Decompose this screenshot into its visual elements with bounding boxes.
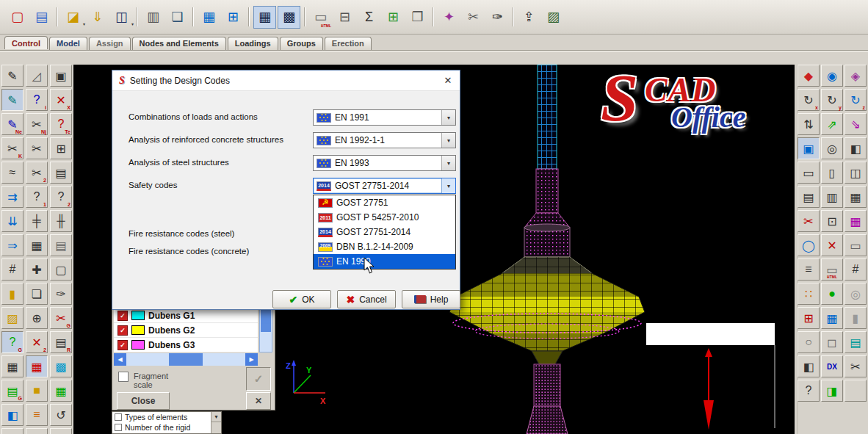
concrete-combobox[interactable]: EN 1992-1-1▾ xyxy=(313,132,456,148)
fit-view-button[interactable]: ▣ xyxy=(798,137,820,159)
open-folder-button[interactable]: ◪▾ xyxy=(62,6,84,29)
import-button[interactable]: ⇓ xyxy=(86,6,109,29)
type-info-button[interactable]: ?Te xyxy=(50,113,72,135)
combo-arrow-icon[interactable]: ▾ xyxy=(441,133,455,148)
group-query-button[interactable]: ?G xyxy=(1,331,23,353)
tools-button[interactable]: ✦ xyxy=(438,6,460,29)
report-button[interactable]: ⊟ xyxy=(333,6,356,29)
add-group-button[interactable]: ⊕ xyxy=(26,307,48,329)
tree-checkbox[interactable] xyxy=(115,424,122,431)
assemble-button[interactable]: ✚ xyxy=(26,258,48,281)
pencil-node-button[interactable]: ✎ xyxy=(1,89,23,111)
redo-button[interactable]: ↻ xyxy=(1,428,23,434)
orange-block-button[interactable]: ■ xyxy=(26,380,48,402)
ok-button[interactable]: ✔OK xyxy=(272,290,331,308)
open-document-button[interactable]: ▤ xyxy=(30,6,53,29)
group-checkbox[interactable]: ✓ xyxy=(117,325,128,336)
element-numbers-button[interactable]: ✂Nj xyxy=(26,113,48,135)
filter-button[interactable]: ✂ xyxy=(462,6,485,29)
dropdown-option-en-1990[interactable]: EN 1990 xyxy=(314,254,455,269)
tab-control[interactable]: Control xyxy=(4,36,48,49)
group-row[interactable]: ✓Dubens G2 xyxy=(114,323,258,338)
print-preview-button[interactable]: ❏ xyxy=(166,6,189,29)
grid-color-button[interactable]: ▩ xyxy=(50,355,72,377)
grid-red-button[interactable]: ▦ xyxy=(26,355,48,377)
cube-red-button[interactable]: ⊞ xyxy=(798,307,820,329)
scroll-left-arrow[interactable]: ◀ xyxy=(114,353,126,366)
tab-erection[interactable]: Erection xyxy=(325,37,372,50)
spline-button[interactable]: ≈ xyxy=(1,162,23,184)
save-button[interactable]: ◫▾ xyxy=(110,6,133,29)
query-2-button[interactable]: ?2 xyxy=(50,186,72,208)
net-blue-button[interactable]: ▦ xyxy=(821,307,843,329)
model-view-button[interactable]: ▩ xyxy=(278,6,300,29)
boxed-dot-button[interactable]: ⊡ xyxy=(821,210,843,232)
project-tables-button[interactable]: ▦ xyxy=(198,6,220,29)
sheet-1-button[interactable]: ▤ xyxy=(798,186,820,208)
sheet-2-button[interactable]: ▥ xyxy=(821,186,843,208)
design-codes-button[interactable]: ▨ xyxy=(542,6,565,29)
sum-table-button[interactable]: Σ xyxy=(358,6,380,29)
html-report-button[interactable]: ▭HTML xyxy=(309,6,332,29)
delete-2-button[interactable]: ✕2 xyxy=(26,331,48,353)
flip-vertical-button[interactable]: ⇅ xyxy=(798,113,820,135)
node-numbers-button[interactable]: ✎Ne xyxy=(1,113,23,135)
new-document-button[interactable]: ▢ xyxy=(6,6,29,29)
grid-3-button[interactable]: ▦ xyxy=(1,355,23,377)
scroll-right-arrow[interactable]: ▶ xyxy=(245,353,258,366)
cut-red-button[interactable]: ✂ xyxy=(798,210,820,232)
grid-magenta-button[interactable]: ▦ xyxy=(845,210,867,232)
group-row[interactable]: ✓Dubens G1 xyxy=(114,308,258,323)
tab-groups[interactable]: Groups xyxy=(280,37,323,50)
document-generator-button[interactable]: ❐ xyxy=(406,6,429,29)
layer-green-button[interactable]: ◨ xyxy=(821,380,843,402)
tab-nodes-and-elements[interactable]: Nodes and Elements xyxy=(132,37,226,50)
sheet-button[interactable]: ▤ xyxy=(50,162,72,184)
solid-box-button[interactable]: ▣ xyxy=(50,65,72,87)
print-button[interactable]: ▥ xyxy=(142,6,164,29)
tube-button[interactable]: ▮ xyxy=(845,307,867,329)
grid-2-button[interactable]: ▤ xyxy=(50,234,72,256)
stack-button[interactable]: ≡ xyxy=(26,404,48,426)
isometry-button[interactable]: ◈ xyxy=(845,65,867,87)
joint-1-button[interactable]: ╪ xyxy=(26,210,48,232)
move-nodes-button[interactable]: ⇉ xyxy=(1,186,23,208)
query-button[interactable]: ? xyxy=(798,380,820,402)
dropdown-option-gost-27751[interactable]: ☭GOST 27751 xyxy=(314,195,455,210)
tree-checkbox[interactable] xyxy=(115,413,122,421)
draw-tools-button[interactable]: ✑ xyxy=(50,283,72,305)
scroll-thumb[interactable] xyxy=(261,310,271,332)
pane-2-button[interactable]: ▯ xyxy=(821,162,843,184)
mesh-view-button[interactable]: ▦ xyxy=(253,6,276,29)
tree-item-types[interactable]: Types of elements xyxy=(112,412,221,422)
combo-arrow-icon[interactable]: ▾ xyxy=(441,110,455,125)
delete-node-button[interactable]: ✕X xyxy=(50,89,72,111)
help-button[interactable]: Help xyxy=(402,290,460,308)
tab-loadings[interactable]: Loadings xyxy=(228,37,278,50)
groups-horizontal-scrollbar[interactable]: ◀ ▶ xyxy=(114,353,258,366)
cut-group-button[interactable]: ✂G xyxy=(50,307,72,329)
pencil-button[interactable]: ✎ xyxy=(1,65,23,87)
dropdown-option-gost-27751-2014[interactable]: 2014GOST 27751-2014 xyxy=(314,225,455,239)
pane-3-button[interactable]: ◫ xyxy=(845,162,867,184)
close-panel-button[interactable]: Close xyxy=(117,392,170,410)
misc-button[interactable]: ◌ xyxy=(50,428,72,434)
half-plane-button[interactable]: ◧ xyxy=(1,404,23,426)
project-xy-button[interactable]: ⇗ xyxy=(821,113,843,135)
steel-combobox[interactable]: EN 1993▾ xyxy=(313,155,456,171)
html-view-button[interactable]: ▭HTML xyxy=(821,258,843,281)
cancel-button[interactable]: ✖Cancel xyxy=(337,290,396,308)
project-xz-button[interactable]: ⇘ xyxy=(845,113,867,135)
safety-combobox[interactable]: 2014GOST 27751-2014▾ xyxy=(313,178,456,194)
dialog-title-bar[interactable]: S Setting the Design Codes ✕ xyxy=(112,70,460,91)
scroll-thumb[interactable] xyxy=(169,353,203,366)
swap-button[interactable]: ⇄ xyxy=(26,428,48,434)
dropdown-option-dbn-b-1-2-14-2009[interactable]: 2009DBN B.1.2-14-2009 xyxy=(314,239,455,254)
dropdown-option-gost-p-54257-2010[interactable]: 2011GOST P 54257-2010 xyxy=(314,210,455,225)
film-button[interactable]: ▤ xyxy=(845,331,867,353)
grid-1-button[interactable]: ▦ xyxy=(26,234,48,256)
multi-arrow-button[interactable]: ⇒ xyxy=(1,234,23,256)
tree-scrollbar[interactable]: ▼ xyxy=(211,412,221,433)
rotate-y-button[interactable]: ↻y xyxy=(821,89,843,111)
groups-vertical-scrollbar[interactable] xyxy=(259,308,272,352)
